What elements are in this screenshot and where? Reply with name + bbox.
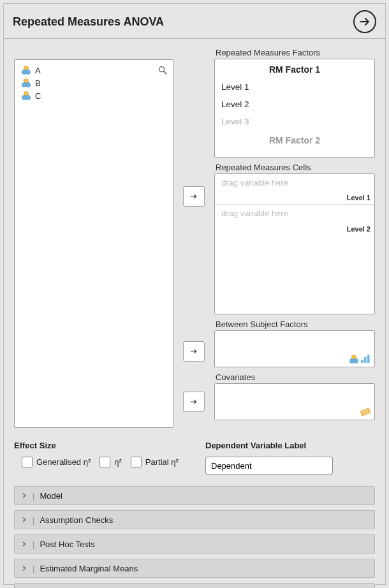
source-variable[interactable]: C	[17, 89, 170, 102]
divider: |	[33, 491, 34, 501]
check-label: Generalised η²	[36, 457, 91, 467]
chevron-right-icon	[21, 515, 27, 525]
top-columns: ABC Repeated Me	[14, 48, 375, 428]
rm-cell-placeholder: drag variable here	[215, 174, 374, 191]
source-variable[interactable]: A	[17, 64, 170, 77]
allowed-types-icons	[349, 354, 371, 364]
rm-factors-box[interactable]: RM Factor 1 Level 1 Level 2 Level 3 RM F…	[214, 59, 375, 158]
between-factors-box[interactable]	[214, 330, 375, 367]
source-column: ABC	[14, 48, 173, 428]
nominal-icon	[349, 354, 359, 364]
divider: |	[33, 515, 34, 525]
collapsible-section[interactable]: |Assumption Checks	[14, 510, 375, 529]
panel-body: ABC Repeated Me	[4, 39, 385, 588]
source-variable[interactable]: B	[17, 77, 170, 89]
nominal-icon	[21, 65, 31, 75]
covariates-label: Covariates	[216, 372, 375, 382]
chevron-right-icon	[21, 564, 27, 573]
move-to-covariates-button[interactable]	[183, 392, 205, 412]
collapsible-label: Post Hoc Tests	[40, 540, 94, 549]
rm-anova-panel: Repeated Measures ANOVA ABC	[3, 3, 386, 585]
arrow-right-icon	[189, 192, 198, 201]
rm-cells-box[interactable]: drag variable here Level 1 drag variable…	[214, 173, 375, 314]
dep-var-input[interactable]	[205, 457, 333, 474]
allowed-types-icons	[360, 407, 371, 417]
rm-cell-row[interactable]: drag variable here Level 2	[215, 205, 374, 235]
rm-cell-level-tag: Level 2	[347, 225, 371, 233]
rm-factors-label: Repeated Measures Factors	[216, 48, 375, 57]
arrow-right-icon	[189, 347, 198, 356]
covariates-box[interactable]	[214, 383, 375, 420]
run-button[interactable]	[353, 10, 376, 33]
collapsible-section[interactable]: |Post Hoc Tests	[14, 534, 375, 554]
lower-row: Effect Size Generalised η² η² Partial η²	[14, 441, 375, 474]
collapsible-label: Estimated Marginal Means	[40, 564, 138, 573]
scale-icon	[360, 407, 371, 417]
rm-cells-label: Repeated Measures Cells	[216, 163, 375, 172]
check-label: η²	[114, 457, 122, 467]
rm-next-factor-placeholder[interactable]: RM Factor 2	[215, 130, 374, 149]
target-column: Repeated Measures Factors RM Factor 1 Le…	[214, 48, 375, 428]
move-to-between-button[interactable]	[183, 341, 205, 362]
effect-size-checks: Generalised η² η² Partial η²	[14, 457, 193, 467]
rm-factor-level[interactable]: Level 2	[215, 96, 374, 113]
arrow-right-icon	[358, 15, 371, 28]
checkbox-icon	[131, 457, 142, 467]
variable-name: C	[35, 91, 41, 101]
dep-var-heading: Dependent Variable Label	[205, 441, 375, 450]
collapsible-section[interactable]: |Model	[14, 486, 375, 505]
collapsible-section[interactable]: |Estimated Marginal Means	[14, 559, 375, 578]
checkbox-icon	[22, 457, 33, 467]
rm-factor-level-placeholder[interactable]: Level 3	[215, 113, 374, 130]
nominal-icon	[21, 91, 31, 101]
variable-source-list[interactable]: ABC	[14, 59, 173, 428]
move-to-cells-button[interactable]	[183, 186, 205, 207]
dep-var-section: Dependent Variable Label	[205, 441, 375, 474]
check-label: Partial η²	[145, 457, 179, 467]
effect-size-heading: Effect Size	[14, 441, 193, 450]
search-icon[interactable]	[158, 65, 168, 77]
nominal-icon	[21, 78, 31, 88]
rm-cell-level-tag: Level 1	[347, 194, 371, 202]
check-partial-eta[interactable]: Partial η²	[131, 457, 179, 467]
source-variable-rows: ABC	[17, 64, 170, 102]
between-label: Between Subject Factors	[216, 320, 375, 329]
check-eta[interactable]: η²	[99, 457, 122, 467]
move-buttons-column	[181, 48, 207, 428]
svg-line-8	[164, 71, 166, 74]
ordinal-icon	[360, 354, 371, 364]
collapsible-section[interactable]: |Options	[14, 583, 375, 588]
rm-factor-level[interactable]: Level 1	[215, 78, 374, 96]
variable-name: B	[35, 78, 41, 88]
rm-factor-name[interactable]: RM Factor 1	[215, 59, 374, 78]
divider: |	[33, 564, 34, 573]
chevron-right-icon	[21, 540, 27, 549]
rm-cell-placeholder: drag variable here	[215, 205, 374, 222]
effect-size-section: Effect Size Generalised η² η² Partial η²	[14, 441, 193, 474]
arrow-right-icon	[189, 397, 198, 406]
check-generalised-eta[interactable]: Generalised η²	[22, 457, 91, 467]
chevron-right-icon	[21, 491, 27, 501]
collapsible-sections: |Model|Assumption Checks|Post Hoc Tests|…	[14, 486, 375, 588]
checkbox-icon	[99, 457, 110, 467]
collapsible-label: Assumption Checks	[40, 515, 113, 525]
rm-cell-row[interactable]: drag variable here Level 1	[215, 174, 374, 205]
panel-title: Repeated Measures ANOVA	[13, 15, 164, 29]
svg-point-7	[159, 67, 165, 72]
panel-header: Repeated Measures ANOVA	[4, 4, 385, 39]
variable-name: A	[35, 66, 41, 75]
collapsible-label: Model	[40, 491, 62, 501]
divider: |	[33, 540, 34, 549]
